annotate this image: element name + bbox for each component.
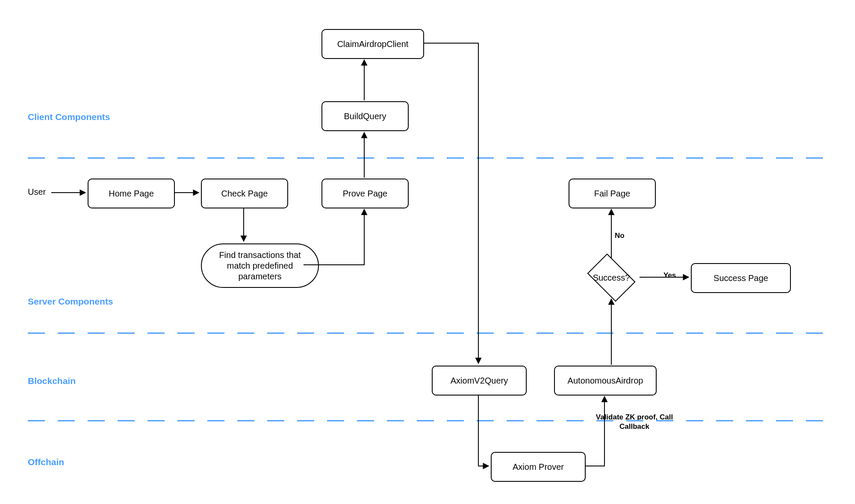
- node-fail-page: Fail Page: [569, 179, 656, 208]
- node-build-query: BuildQuery: [321, 101, 409, 131]
- lane-label-offchain: Offchain: [28, 457, 64, 467]
- node-axiom-prover-label: Axiom Prover: [513, 462, 564, 472]
- node-home-page-label: Home Page: [109, 189, 154, 199]
- node-decision: Success?: [584, 259, 639, 296]
- node-build-query-label: BuildQuery: [344, 111, 386, 121]
- edge-label-validate-zk: Validate ZK proof, Call Callback: [587, 413, 681, 431]
- node-check-page: Check Page: [201, 179, 288, 208]
- diagram-canvas: Client Components Server Components Bloc…: [0, 0, 855, 504]
- node-success-page: Success Page: [691, 263, 791, 293]
- node-home-page: Home Page: [88, 179, 175, 208]
- node-decision-label: Success?: [584, 259, 639, 296]
- diagram-svg-overlay: [0, 0, 855, 504]
- node-autonomous-airdrop: AutonomousAirdrop: [554, 366, 657, 396]
- node-find-tx: Find transactions that match predefined …: [201, 243, 319, 288]
- edge-label-yes: Yes: [663, 271, 676, 280]
- node-success-page-label: Success Page: [713, 273, 768, 283]
- node-axiom-v2-query-label: AxiomV2Query: [451, 376, 508, 386]
- node-autonomous-airdrop-label: AutonomousAirdrop: [568, 376, 643, 386]
- node-prove-page-label: Prove Page: [343, 189, 388, 199]
- lane-label-client: Client Components: [28, 112, 110, 122]
- node-axiom-prover: Axiom Prover: [491, 452, 586, 482]
- node-find-tx-label: Find transactions that match predefined …: [209, 250, 310, 282]
- lane-label-server: Server Components: [28, 296, 113, 307]
- node-user: User: [28, 187, 46, 197]
- lane-label-blockchain: Blockchain: [28, 376, 76, 386]
- edge-label-no: No: [615, 231, 625, 240]
- node-axiom-v2-query: AxiomV2Query: [432, 366, 527, 396]
- node-claim-client-label: ClaimAirdropClient: [337, 39, 409, 49]
- node-prove-page: Prove Page: [321, 179, 409, 208]
- node-fail-page-label: Fail Page: [594, 189, 631, 199]
- node-check-page-label: Check Page: [221, 189, 268, 199]
- node-claim-client: ClaimAirdropClient: [321, 29, 424, 59]
